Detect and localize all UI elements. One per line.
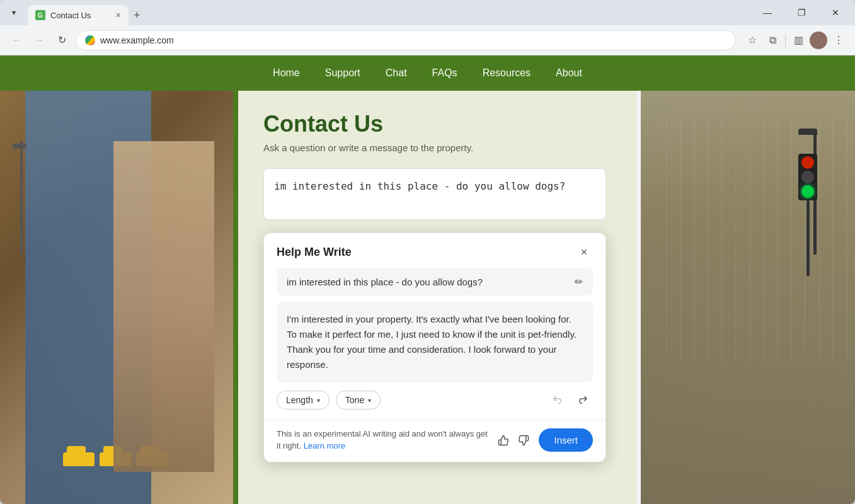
extensions-icon[interactable]: ⧉: [764, 32, 781, 49]
tone-chevron-icon: ▾: [368, 397, 371, 404]
more-menu-icon[interactable]: ⋮: [830, 32, 847, 49]
separator: [785, 34, 786, 47]
nav-support[interactable]: Support: [325, 65, 360, 81]
learn-more-link[interactable]: Learn more: [304, 441, 345, 450]
panel-close-btn[interactable]: ×: [575, 243, 593, 261]
controls-row: Length ▾ Tone ▾: [277, 390, 593, 410]
site-nav: Home Support Chat FAQs Resources About: [0, 55, 855, 91]
tab-dropdown-btn[interactable]: ▾: [5, 4, 23, 21]
address-bar: ← → ↻ www.example.com ☆ ⧉ ▥ ⋮: [0, 25, 855, 55]
reload-btn[interactable]: ↻: [53, 32, 71, 49]
length-label: Length: [286, 395, 313, 405]
forward-btn[interactable]: →: [30, 32, 48, 49]
nav-home[interactable]: Home: [273, 65, 300, 81]
user-avatar: [810, 32, 827, 49]
panel-body: im interested in this place - do you all…: [264, 268, 605, 420]
tl-post: [806, 200, 810, 276]
undo-btn[interactable]: [548, 390, 568, 410]
restore-btn[interactable]: ❐: [787, 3, 816, 22]
active-tab[interactable]: G Contact Us ×: [28, 5, 129, 25]
nav-about[interactable]: About: [556, 65, 582, 81]
website-content: Home Support Chat FAQs Resources About: [0, 55, 855, 504]
insert-btn[interactable]: Insert: [539, 428, 593, 452]
redo-btn[interactable]: [573, 390, 593, 410]
tone-label: Tone: [345, 395, 364, 405]
length-dropdown[interactable]: Length ▾: [277, 391, 330, 410]
close-btn[interactable]: ✕: [821, 3, 850, 22]
nav-chat[interactable]: Chat: [386, 65, 407, 81]
ai-response-text: I'm interested in your property. It's ex…: [287, 314, 577, 370]
panel-title: Help Me Write: [277, 246, 352, 259]
toolbar-icons: ☆ ⧉ ▥ ⋮: [743, 32, 847, 49]
url-text: www.example.com: [100, 35, 174, 45]
window-buttons: — ❐ ✕: [753, 3, 850, 22]
title-bar: ▾ G Contact Us × + — ❐ ✕: [0, 0, 855, 25]
center-panel: Contact Us Ask a question or write a mes…: [233, 91, 636, 504]
action-icons: [548, 390, 593, 410]
avatar[interactable]: [810, 32, 827, 49]
edit-icon[interactable]: ✏: [575, 276, 583, 288]
tab-area: G Contact Us × +: [28, 0, 748, 25]
minimize-btn[interactable]: —: [753, 3, 782, 22]
feedback-icons: [495, 432, 532, 449]
taxi-2: [100, 452, 131, 466]
bookmark-icon[interactable]: ☆: [743, 32, 761, 49]
tab-favicon: G: [35, 10, 45, 20]
message-textarea[interactable]: [263, 168, 606, 220]
tab-title: Contact Us: [50, 11, 91, 20]
google-icon: [85, 35, 95, 45]
tone-dropdown[interactable]: Tone ▾: [336, 391, 381, 410]
tl-yellow: [801, 171, 814, 183]
window-controls: ▾: [5, 4, 23, 21]
length-chevron-icon: ▾: [317, 397, 320, 404]
help-write-panel: Help Me Write × im interested in this pl…: [263, 232, 606, 462]
tl-red: [801, 156, 814, 169]
user-input-text: im interested in this place - do you all…: [287, 277, 483, 287]
panel-footer: This is an experimental AI writing aid a…: [264, 420, 605, 462]
traffic-light: [798, 154, 817, 276]
nav-faqs[interactable]: FAQs: [432, 65, 457, 81]
taxi-3: [136, 452, 168, 466]
sidebar-icon[interactable]: ▥: [789, 32, 807, 49]
ai-response: I'm interested in your property. It's ex…: [277, 302, 593, 382]
back-btn[interactable]: ←: [8, 32, 25, 49]
green-strip: [233, 91, 238, 504]
taxi-1: [63, 452, 95, 466]
thumbs-up-btn[interactable]: [495, 432, 512, 449]
tab-close-btn[interactable]: ×: [116, 10, 121, 20]
browser-window: ▾ G Contact Us × + — ❐ ✕ ← → ↻ www.examp…: [0, 0, 855, 504]
taxi-area: [63, 452, 168, 466]
new-tab-btn[interactable]: +: [129, 6, 146, 25]
bg-right: [641, 91, 855, 504]
url-bar[interactable]: www.example.com: [76, 30, 736, 50]
footer-text: This is an experimental AI writing aid a…: [277, 428, 488, 451]
main-content: Contact Us Ask a question or write a mes…: [0, 91, 855, 504]
panel-header: Help Me Write ×: [264, 233, 605, 268]
thumbs-down-btn[interactable]: [515, 432, 532, 449]
page-subtitle: Ask a question or write a message to the…: [263, 142, 606, 153]
nav-resources[interactable]: Resources: [483, 65, 531, 81]
user-input-display: im interested in this place - do you all…: [277, 268, 593, 295]
page-title: Contact Us: [263, 111, 606, 137]
tl-green: [801, 185, 814, 198]
bg-left: [0, 91, 239, 504]
